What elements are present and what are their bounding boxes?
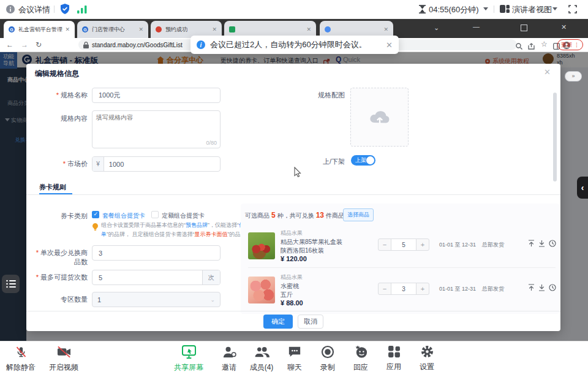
- menu-dots-icon[interactable]: ⋮: [574, 42, 579, 48]
- tab-close-icon[interactable]: ✕: [209, 26, 217, 32]
- view-mode-selector[interactable]: 演讲者视图: [512, 4, 552, 15]
- delivery-mode: 总部发货: [482, 241, 504, 249]
- tab-close-icon[interactable]: ✕: [304, 26, 311, 32]
- window-maximize-button[interactable]: [521, 25, 527, 31]
- selectable-count: 5: [270, 211, 277, 219]
- minus-button[interactable]: −: [379, 283, 391, 294]
- floating-list-button[interactable]: [2, 275, 20, 293]
- min-exchange-value[interactable]: [97, 249, 215, 258]
- confirm-button[interactable]: 确定: [263, 315, 293, 329]
- edit-spec-modal: 编辑规格信息 ✕ 规格名称 规格内容 0/80 市场价 ¥ 规格配图 上/下架: [26, 64, 560, 331]
- max-pickup-value[interactable]: [97, 273, 215, 282]
- invite-person-icon: [222, 345, 236, 359]
- share-screen-button[interactable]: 共享屏幕: [172, 345, 206, 373]
- move-top-icon[interactable]: [528, 284, 535, 291]
- market-price-label: 市场价: [29, 159, 88, 169]
- invite-label: 邀请: [212, 362, 246, 373]
- divider: [54, 6, 55, 13]
- footer-divider: [26, 311, 560, 311]
- product-subtitle: 陕西洛阳16枚装: [281, 246, 324, 255]
- spec-name-value[interactable]: [97, 91, 215, 100]
- zone-count-select[interactable]: 1 ⌄: [92, 292, 221, 307]
- layout-view-icon: [500, 5, 510, 16]
- unmute-button[interactable]: 解除静音: [4, 345, 38, 373]
- spec-content-textarea[interactable]: 0/80: [92, 110, 221, 148]
- card-type-1-label[interactable]: 套餐组合提货卡: [102, 212, 145, 220]
- move-top-icon[interactable]: [528, 240, 535, 247]
- plus-button[interactable]: +: [417, 239, 429, 250]
- spec-content-value[interactable]: [92, 111, 220, 132]
- clock-icon[interactable]: [549, 284, 556, 291]
- share-icon[interactable]: [528, 41, 535, 52]
- window-minimize-button[interactable]: —: [473, 23, 480, 30]
- tab-favicon: [325, 26, 331, 32]
- expand-panel-button[interactable]: »: [565, 71, 582, 82]
- refresh-icon[interactable]: ↻: [36, 41, 42, 48]
- browser-tab-1-active[interactable]: G 礼盒营销平台管理中心 ✕: [4, 21, 75, 38]
- back-icon[interactable]: ←: [6, 41, 13, 48]
- product-row: 精品水果 精品大果85苹果礼盒装 陕西洛阳16枚装 ¥ 120.00 − 5 +…: [245, 227, 559, 265]
- spec-name-input[interactable]: [92, 88, 221, 103]
- browser-update-button[interactable]: 更新 ⋮: [557, 39, 583, 50]
- network-signal-icon[interactable]: [77, 5, 87, 16]
- minus-button[interactable]: −: [379, 239, 391, 250]
- checkbox-combo-card-checked[interactable]: [92, 211, 99, 218]
- members-button[interactable]: 成员(4): [244, 345, 279, 373]
- view-dropdown-icon[interactable]: [552, 7, 557, 10]
- tab-favicon: [229, 26, 235, 32]
- zoom-icon[interactable]: [516, 41, 522, 52]
- members-label: 成员(4): [244, 362, 279, 373]
- meeting-details-link[interactable]: 会议详情: [18, 4, 50, 15]
- plus-button[interactable]: +: [417, 283, 429, 294]
- bookmark-star-icon[interactable]: ☆: [541, 40, 548, 48]
- tip-show-face-value: 显示券卡面值: [195, 231, 228, 237]
- max-pickup-input[interactable]: 次: [92, 270, 221, 285]
- browser-tab-2[interactable]: G 门店管理中心 ✕: [77, 21, 148, 38]
- clock-icon[interactable]: [549, 240, 556, 247]
- record-label: 录制: [311, 362, 345, 373]
- info-icon[interactable]: [6, 5, 15, 16]
- record-button[interactable]: 录制: [311, 345, 345, 373]
- quantity-value[interactable]: 3: [391, 283, 417, 294]
- modal-scrollbar-thumb[interactable]: [553, 93, 557, 181]
- side-panel-handle[interactable]: ‹: [577, 177, 588, 199]
- toast-close-icon[interactable]: ✕: [386, 40, 393, 50]
- forward-icon[interactable]: →: [21, 41, 28, 48]
- tab-close-icon[interactable]: ✕: [62, 26, 70, 32]
- shelf-toggle-state: 上架: [355, 157, 366, 163]
- checkbox-fixed-card[interactable]: [151, 211, 159, 218]
- tab-search-icon[interactable]: ⌄: [434, 25, 439, 31]
- shelf-toggle[interactable]: 上架: [351, 155, 375, 166]
- market-price-input[interactable]: ¥: [92, 156, 221, 172]
- invite-button[interactable]: 邀请: [212, 345, 246, 373]
- modal-close-icon[interactable]: ✕: [544, 67, 551, 77]
- share-screen-label: 共享屏幕: [172, 362, 206, 373]
- start-video-button[interactable]: 开启视频: [47, 345, 81, 373]
- quantity-value[interactable]: 5: [391, 239, 417, 250]
- window-close-button[interactable]: ✕: [561, 24, 567, 31]
- market-price-value[interactable]: [108, 160, 215, 169]
- select-goods-button[interactable]: 选择商品: [343, 208, 374, 221]
- summary-text: 可选商品: [245, 212, 270, 219]
- toast-message: 会议已超过2人，自动转为60分钟限时会议。: [210, 39, 367, 50]
- reactions-button[interactable]: 回应: [344, 345, 378, 373]
- settings-button[interactable]: 设置: [410, 345, 444, 372]
- card-type-2-label[interactable]: 定额组合提货卡: [162, 212, 205, 220]
- summary-text: 种，共可兑换: [277, 212, 314, 219]
- security-shield-icon[interactable]: [60, 4, 70, 17]
- min-exchange-input[interactable]: [92, 245, 221, 261]
- timer-dropdown-icon[interactable]: [483, 7, 488, 10]
- char-counter: 0/80: [206, 140, 217, 146]
- image-upload-dropzone[interactable]: [350, 88, 409, 147]
- cancel-button[interactable]: 取消: [298, 315, 323, 329]
- update-label: 更新: [561, 41, 572, 49]
- move-bottom-icon[interactable]: [538, 240, 545, 247]
- product-price: ¥ 88.00: [281, 299, 303, 307]
- tab-close-icon[interactable]: ✕: [381, 26, 388, 32]
- apps-button[interactable]: 应用: [377, 345, 411, 372]
- fullscreen-icon[interactable]: [568, 5, 577, 16]
- chat-button[interactable]: 聊天: [277, 345, 312, 373]
- tab-card-rules[interactable]: 券卡规则: [39, 183, 66, 192]
- move-bottom-icon[interactable]: [538, 284, 545, 291]
- tab-close-icon[interactable]: ✕: [136, 26, 143, 32]
